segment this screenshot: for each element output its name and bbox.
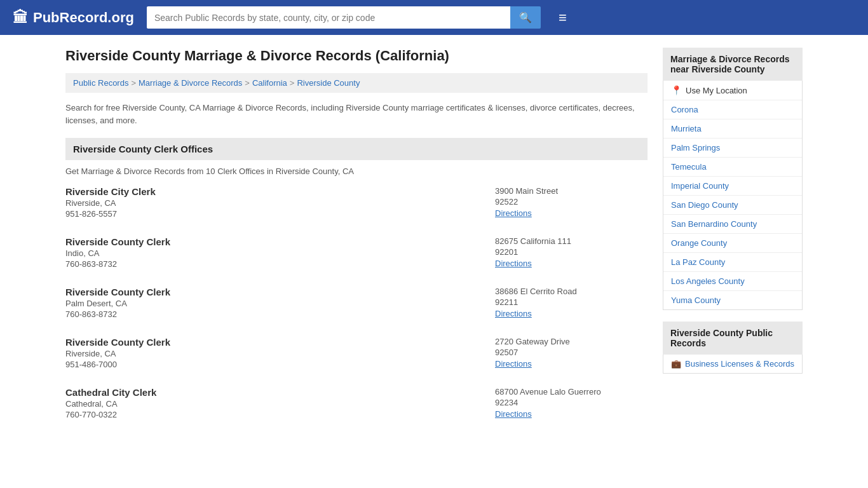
search-area: 🔍 bbox=[147, 6, 541, 29]
nearby-item[interactable]: Temecula bbox=[663, 158, 802, 177]
offices-list: Riverside City Clerk Riverside, CA 951-8… bbox=[65, 186, 648, 422]
office-address: 2720 Gateway Drive bbox=[495, 337, 648, 346]
public-records-container: 💼Business Licenses & Records bbox=[663, 355, 802, 373]
nearby-item[interactable]: San Bernardino County bbox=[663, 215, 802, 234]
breadcrumb-sep-1: > bbox=[131, 78, 136, 88]
office-name: Riverside City Clerk bbox=[65, 186, 495, 197]
office-entry: Cathedral City Clerk Cathedral, CA 760-7… bbox=[65, 387, 648, 422]
office-left-1: Riverside County Clerk Indio, CA 760-863… bbox=[65, 236, 495, 269]
header: 🏛 PubRecord.org 🔍 ≡ bbox=[0, 0, 868, 35]
content-area: Riverside County Marriage & Divorce Reco… bbox=[65, 48, 648, 437]
public-records-item-label: Business Licenses & Records bbox=[685, 359, 794, 369]
nearby-item[interactable]: Palm Springs bbox=[663, 139, 802, 158]
office-city: Palm Desert, CA bbox=[65, 299, 495, 308]
office-left-2: Riverside County Clerk Palm Desert, CA 7… bbox=[65, 287, 495, 319]
office-address: 38686 El Cerrito Road bbox=[495, 287, 648, 296]
office-name: Cathedral City Clerk bbox=[65, 387, 495, 398]
office-address: 3900 Main Street bbox=[495, 186, 648, 196]
directions-link[interactable]: Directions bbox=[495, 309, 532, 318]
breadcrumb-item-california[interactable]: California bbox=[252, 78, 287, 88]
nearby-item[interactable]: Corona bbox=[663, 100, 802, 119]
office-phone: 760-770-0322 bbox=[65, 410, 495, 419]
office-address: 68700 Avenue Lalo Guerrero bbox=[495, 387, 648, 396]
office-right-0: 3900 Main Street 92522 Directions bbox=[495, 186, 648, 219]
clerk-section-sub: Get Marriage & Divorce Records from 10 C… bbox=[65, 166, 648, 176]
public-records-items-list: 💼Business Licenses & Records bbox=[663, 355, 803, 374]
menu-icon: ≡ bbox=[559, 10, 567, 25]
office-name: Riverside County Clerk bbox=[65, 236, 495, 247]
office-phone: 951-826-5557 bbox=[65, 209, 495, 219]
office-left-4: Cathedral City Clerk Cathedral, CA 760-7… bbox=[65, 387, 495, 419]
office-zip: 92507 bbox=[495, 348, 648, 357]
location-icon: 📍 bbox=[671, 85, 682, 95]
office-entry: Riverside County Clerk Indio, CA 760-863… bbox=[65, 236, 648, 271]
office-left-0: Riverside City Clerk Riverside, CA 951-8… bbox=[65, 186, 495, 219]
nearby-item[interactable]: Orange County bbox=[663, 234, 802, 253]
office-name: Riverside County Clerk bbox=[65, 337, 495, 348]
office-city: Riverside, CA bbox=[65, 198, 495, 208]
office-address: 82675 California 111 bbox=[495, 236, 648, 246]
breadcrumb-item-riverside-county[interactable]: Riverside County bbox=[297, 78, 360, 88]
logo[interactable]: 🏛 PubRecord.org bbox=[13, 9, 134, 27]
office-zip: 92201 bbox=[495, 247, 648, 257]
page-title: Riverside County Marriage & Divorce Reco… bbox=[65, 48, 648, 64]
office-city: Indio, CA bbox=[65, 248, 495, 258]
office-zip: 92522 bbox=[495, 197, 648, 207]
directions-link[interactable]: Directions bbox=[495, 208, 532, 218]
breadcrumb: Public Records > Marriage & Divorce Reco… bbox=[65, 73, 648, 93]
main-container: Riverside County Marriage & Divorce Reco… bbox=[53, 35, 815, 450]
office-right-1: 82675 California 111 92201 Directions bbox=[495, 236, 648, 269]
use-location-label: Use My Location bbox=[686, 86, 747, 95]
office-zip: 92211 bbox=[495, 297, 648, 307]
nearby-items-container: CoronaMurrietaPalm SpringsTemeculaImperi… bbox=[663, 100, 802, 309]
directions-link[interactable]: Directions bbox=[495, 409, 532, 419]
office-name: Riverside County Clerk bbox=[65, 287, 495, 297]
menu-button[interactable]: ≡ bbox=[553, 7, 572, 29]
breadcrumb-item-public-records[interactable]: Public Records bbox=[73, 78, 128, 88]
breadcrumb-item-marriage-divorce[interactable]: Marriage & Divorce Records bbox=[139, 78, 242, 88]
office-entry: Riverside County Clerk Riverside, CA 951… bbox=[65, 337, 648, 372]
nearby-item[interactable]: La Paz County bbox=[663, 253, 802, 272]
search-button[interactable]: 🔍 bbox=[510, 6, 541, 29]
use-my-location[interactable]: 📍 Use My Location bbox=[663, 81, 802, 100]
office-left-3: Riverside County Clerk Riverside, CA 951… bbox=[65, 337, 495, 369]
nearby-item[interactable]: Murrieta bbox=[663, 119, 802, 139]
office-zip: 92234 bbox=[495, 398, 648, 407]
page-description: Search for free Riverside County, CA Mar… bbox=[65, 102, 648, 126]
office-city: Riverside, CA bbox=[65, 349, 495, 358]
office-right-4: 68700 Avenue Lalo Guerrero 92234 Directi… bbox=[495, 387, 648, 419]
search-icon: 🔍 bbox=[519, 12, 532, 23]
office-right-2: 38686 El Cerrito Road 92211 Directions bbox=[495, 287, 648, 319]
logo-icon: 🏛 bbox=[13, 9, 28, 27]
breadcrumb-sep-2: > bbox=[245, 78, 250, 88]
sidebar: Marriage & Divorce Records near Riversid… bbox=[663, 48, 803, 437]
office-city: Cathedral, CA bbox=[65, 399, 495, 409]
office-phone: 760-863-8732 bbox=[65, 259, 495, 269]
nearby-item[interactable]: Yuma County bbox=[663, 291, 802, 309]
logo-text: PubRecord.org bbox=[33, 10, 134, 26]
office-phone: 951-486-7000 bbox=[65, 360, 495, 369]
office-phone: 760-863-8732 bbox=[65, 309, 495, 319]
public-records-section-title: Riverside County Public Records bbox=[663, 322, 803, 355]
briefcase-icon: 💼 bbox=[671, 359, 681, 369]
office-right-3: 2720 Gateway Drive 92507 Directions bbox=[495, 337, 648, 369]
office-entry: Riverside County Clerk Palm Desert, CA 7… bbox=[65, 287, 648, 322]
nearby-section-title: Marriage & Divorce Records near Riversid… bbox=[663, 48, 803, 81]
office-entry: Riverside City Clerk Riverside, CA 951-8… bbox=[65, 186, 648, 221]
clerk-section-header: Riverside County Clerk Offices bbox=[65, 138, 648, 160]
directions-link[interactable]: Directions bbox=[495, 359, 532, 369]
nearby-item[interactable]: Imperial County bbox=[663, 177, 802, 196]
public-records-item[interactable]: 💼Business Licenses & Records bbox=[663, 355, 802, 373]
nearby-items-list: 📍 Use My Location CoronaMurrietaPalm Spr… bbox=[663, 81, 803, 310]
breadcrumb-sep-3: > bbox=[290, 78, 295, 88]
directions-link[interactable]: Directions bbox=[495, 259, 532, 268]
nearby-item[interactable]: Los Angeles County bbox=[663, 272, 802, 291]
nearby-item[interactable]: San Diego County bbox=[663, 196, 802, 215]
search-input[interactable] bbox=[147, 6, 510, 29]
